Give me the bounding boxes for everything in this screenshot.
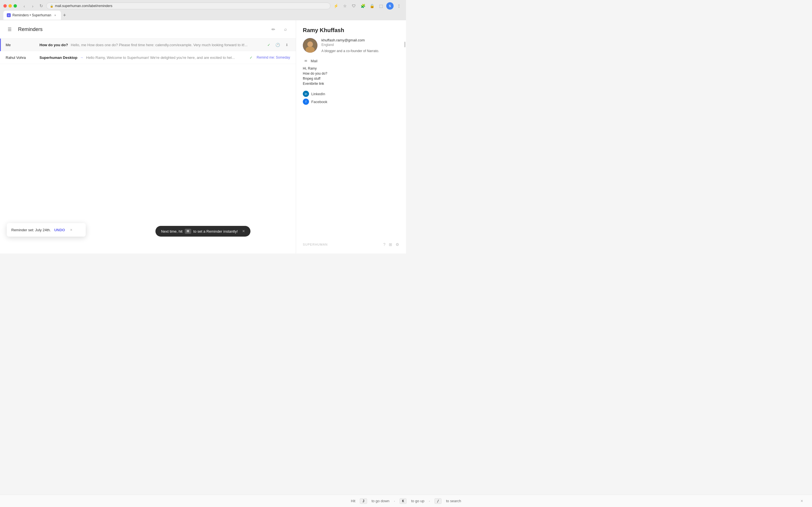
app-container: ☰ Reminders ✏ ⌕ Me How do you do? Hello,…	[0, 20, 406, 253]
profile-badge[interactable]: S	[386, 2, 394, 10]
tab-close-button[interactable]: ×	[53, 13, 57, 17]
tab-title: Reminders • Superhuman	[12, 13, 51, 17]
avatar	[303, 38, 317, 53]
clock-icon[interactable]: 🕐	[274, 41, 281, 48]
mail-icon: ✉	[303, 58, 308, 64]
shield-icon[interactable]: 🔒	[368, 2, 375, 10]
help-icon[interactable]: ?	[383, 242, 386, 247]
scrollbar-thumb	[404, 42, 405, 47]
contact-card: khuffash.ramy@gmail.com England A blogge…	[303, 38, 399, 54]
email-preview: Hello Ramy, Welcome to Superhuman! We're…	[86, 55, 248, 60]
lock-icon: 🔒	[50, 4, 53, 8]
email-list: Me How do you do? Hello, me How does one…	[0, 39, 296, 253]
browser-chrome: ‹ › ↻ 🔒 mail.superhuman.com/label/remind…	[0, 0, 406, 20]
avatar-image	[303, 38, 317, 53]
linkedin-icon: in	[303, 91, 309, 97]
toast-close-button[interactable]: ×	[68, 227, 74, 233]
bookmark-icon[interactable]: ☆	[341, 2, 349, 10]
email-sender: Me	[6, 43, 40, 47]
superhuman-extension-icon[interactable]: 🛡	[350, 2, 357, 10]
left-panel: ☰ Reminders ✏ ⌕ Me How do you do? Hello,…	[0, 20, 296, 253]
mail-link[interactable]: ffmpeg stuff	[303, 76, 399, 81]
email-preview: Hello, me How does one do? Please find t…	[71, 43, 265, 47]
address-bar[interactable]: 🔒 mail.superhuman.com/label/reminders	[46, 3, 331, 9]
contact-email: khuffash.ramy@gmail.com	[321, 38, 399, 42]
traffic-lights	[3, 4, 17, 8]
back-button[interactable]: ‹	[21, 3, 28, 9]
tab-favicon: S	[7, 13, 11, 17]
contact-name: Ramy Khuffash	[303, 27, 399, 34]
settings-icon[interactable]: ⚙	[396, 242, 399, 247]
search-button[interactable]: ⌕	[281, 25, 290, 34]
hint-key: H	[185, 229, 191, 234]
toast-container: Reminder set: July 24th. UNDO ×	[7, 223, 86, 237]
extensions-icon[interactable]: ⚡	[332, 2, 340, 10]
app-header: ☰ Reminders ✏ ⌕	[0, 20, 296, 39]
menu-button[interactable]: ⋮	[395, 2, 403, 10]
mail-section-title: ✉ Mail	[303, 58, 399, 64]
check-icon[interactable]: ✓	[248, 54, 254, 61]
email-row[interactable]: Me How do you do? Hello, me How does one…	[0, 39, 296, 51]
email-actions: ✓ 🕐 ⬇	[265, 41, 290, 48]
reminder-toast: Reminder set: July 24th. UNDO ×	[7, 223, 86, 237]
email-row[interactable]: Rahul Vohra Superhuman Desktop → Hello R…	[0, 51, 296, 64]
svg-point-3	[308, 42, 313, 47]
forward-button[interactable]: ›	[29, 3, 36, 9]
scrollbar[interactable]	[404, 41, 406, 253]
url-text: mail.superhuman.com/label/reminders	[55, 4, 112, 8]
tab-bar: S Reminders • Superhuman × +	[0, 11, 406, 20]
refresh-button[interactable]: ↻	[38, 3, 45, 9]
email-subject: How do you do?	[40, 43, 68, 47]
right-panel-footer: SUPERHUMAN ? ⊞ ⚙	[303, 238, 399, 247]
linkedin-label: LinkedIn	[311, 92, 325, 96]
hint-toast-close-button[interactable]: ×	[242, 229, 245, 234]
superhuman-brand: SUPERHUMAN	[303, 243, 327, 246]
email-middle: How do you do? Hello, me How does one do…	[40, 43, 265, 47]
arrow-icon: →	[80, 56, 83, 59]
email-subject: Superhuman Desktop	[40, 55, 77, 60]
minimize-window-button[interactable]	[8, 4, 12, 8]
hint-suffix: to set a Reminder instantly!	[193, 229, 238, 233]
new-tab-button[interactable]: +	[61, 11, 68, 20]
header-actions: ✏ ⌕	[269, 25, 290, 34]
facebook-label: Facebook	[311, 100, 327, 104]
mail-section: ✉ Mail Hi, Ramy How do you do? ffmpeg st…	[303, 58, 399, 86]
mail-link[interactable]: Eventbrite link	[303, 81, 399, 86]
undo-button[interactable]: UNDO	[54, 228, 65, 232]
compose-button[interactable]: ✏	[269, 25, 278, 34]
hint-prefix: Next time, hit	[161, 229, 183, 233]
email-sender: Rahul Vohra	[6, 55, 40, 60]
archive-icon[interactable]: ⬇	[283, 41, 290, 48]
linkedin-link[interactable]: in LinkedIn	[303, 91, 399, 97]
maximize-window-button[interactable]	[13, 4, 17, 8]
active-tab[interactable]: S Reminders • Superhuman ×	[3, 11, 61, 20]
close-window-button[interactable]	[3, 4, 7, 8]
menu-icon[interactable]: ☰	[6, 25, 13, 33]
mail-link[interactable]: How do you do?	[303, 71, 399, 76]
right-panel: Ramy Khuffash khuffash.ramy@gmail.com En…	[296, 20, 406, 253]
check-icon[interactable]: ✓	[265, 41, 272, 48]
social-links: in LinkedIn f Facebook	[303, 91, 399, 105]
mail-link[interactable]: Hi, Ramy	[303, 66, 399, 71]
contact-bio: A blogger and a co-founder of Narrato.	[321, 48, 399, 54]
email-actions: ✓ Remind me: Someday	[248, 54, 290, 61]
browser-toolbar-icons: ⚡ ☆ 🛡 🧩 🔒 ⬚ S ⋮	[332, 2, 403, 10]
facebook-link[interactable]: f Facebook	[303, 99, 399, 105]
browser-nav-buttons: ‹ › ↻	[21, 3, 45, 9]
remind-label: Remind me: Someday	[257, 55, 290, 59]
hint-toast: Next time, hit H to set a Reminder insta…	[155, 226, 250, 237]
calendar-icon[interactable]: ⊞	[389, 242, 392, 247]
mail-label: Mail	[311, 59, 317, 63]
contact-details: khuffash.ramy@gmail.com England A blogge…	[321, 38, 399, 54]
puzzle-icon[interactable]: 🧩	[359, 2, 366, 10]
sidebar-icon[interactable]: ⬚	[377, 2, 385, 10]
toast-text: Reminder set: July 24th.	[11, 228, 51, 232]
email-middle: Superhuman Desktop → Hello Ramy, Welcome…	[40, 55, 248, 60]
facebook-icon: f	[303, 99, 309, 105]
footer-icons: ? ⊞ ⚙	[383, 242, 399, 247]
contact-location: England	[321, 43, 399, 47]
page-title: Reminders	[18, 26, 269, 33]
